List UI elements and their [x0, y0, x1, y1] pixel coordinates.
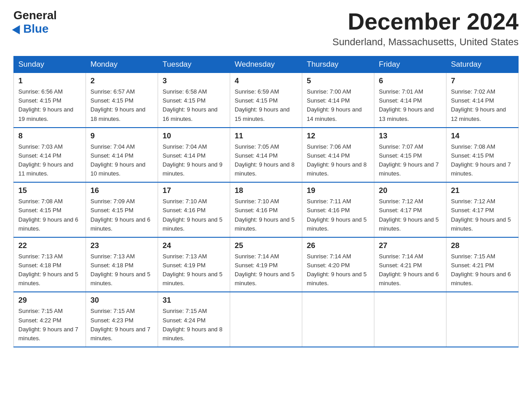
week-row-5: 29 Sunrise: 7:15 AMSunset: 4:22 PMDaylig…	[14, 292, 519, 347]
day-info: Sunrise: 7:12 AMSunset: 4:17 PMDaylight:…	[379, 198, 439, 231]
day-cell: 9 Sunrise: 7:04 AMSunset: 4:14 PMDayligh…	[86, 128, 158, 183]
day-cell: 12 Sunrise: 7:06 AMSunset: 4:14 PMDaylig…	[302, 128, 374, 183]
day-number: 13	[379, 132, 442, 141]
day-cell: 10 Sunrise: 7:04 AMSunset: 4:14 PMDaylig…	[158, 128, 230, 183]
day-info: Sunrise: 7:14 AMSunset: 4:20 PMDaylight:…	[307, 253, 367, 287]
day-number: 27	[379, 241, 442, 250]
week-row-4: 22 Sunrise: 7:13 AMSunset: 4:18 PMDaylig…	[14, 237, 519, 292]
day-number: 9	[90, 132, 153, 141]
day-cell: 1 Sunrise: 6:56 AMSunset: 4:15 PMDayligh…	[14, 73, 86, 128]
day-cell: 16 Sunrise: 7:09 AMSunset: 4:15 PMDaylig…	[86, 182, 158, 237]
day-number: 24	[163, 241, 225, 250]
day-info: Sunrise: 7:10 AMSunset: 4:16 PMDaylight:…	[163, 198, 223, 231]
logo: General Blue	[13, 9, 57, 36]
day-number: 23	[90, 241, 153, 250]
day-info: Sunrise: 7:04 AMSunset: 4:14 PMDaylight:…	[163, 143, 223, 177]
day-number: 11	[235, 132, 297, 141]
day-cell: 17 Sunrise: 7:10 AMSunset: 4:16 PMDaylig…	[158, 182, 230, 237]
weekday-header-row: SundayMondayTuesdayWednesdayThursdayFrid…	[14, 56, 519, 73]
day-cell: 24 Sunrise: 7:13 AMSunset: 4:19 PMDaylig…	[158, 237, 230, 292]
day-number: 25	[235, 241, 297, 250]
day-number: 10	[163, 132, 225, 141]
week-row-2: 8 Sunrise: 7:03 AMSunset: 4:14 PMDayligh…	[14, 128, 519, 183]
week-row-3: 15 Sunrise: 7:08 AMSunset: 4:15 PMDaylig…	[14, 182, 519, 237]
day-info: Sunrise: 7:01 AMSunset: 4:14 PMDaylight:…	[379, 88, 434, 122]
weekday-header-saturday: Saturday	[446, 56, 519, 73]
day-cell: 14 Sunrise: 7:08 AMSunset: 4:15 PMDaylig…	[446, 128, 519, 183]
day-number: 31	[163, 296, 225, 305]
day-info: Sunrise: 7:12 AMSunset: 4:17 PMDaylight:…	[451, 198, 511, 231]
day-cell: 21 Sunrise: 7:12 AMSunset: 4:17 PMDaylig…	[446, 182, 519, 237]
day-cell	[230, 292, 302, 347]
day-info: Sunrise: 7:05 AMSunset: 4:14 PMDaylight:…	[235, 143, 295, 177]
day-info: Sunrise: 6:58 AMSunset: 4:15 PMDaylight:…	[163, 88, 218, 122]
day-info: Sunrise: 7:06 AMSunset: 4:14 PMDaylight:…	[307, 143, 367, 177]
day-number: 7	[451, 77, 514, 86]
day-info: Sunrise: 7:15 AMSunset: 4:21 PMDaylight:…	[451, 253, 511, 287]
day-cell	[446, 292, 519, 347]
day-cell: 23 Sunrise: 7:13 AMSunset: 4:18 PMDaylig…	[86, 237, 158, 292]
day-info: Sunrise: 7:13 AMSunset: 4:19 PMDaylight:…	[163, 253, 223, 287]
day-number: 29	[18, 296, 81, 305]
day-number: 5	[307, 77, 369, 86]
day-number: 12	[307, 132, 369, 141]
day-cell: 3 Sunrise: 6:58 AMSunset: 4:15 PMDayligh…	[158, 73, 230, 128]
day-cell: 11 Sunrise: 7:05 AMSunset: 4:14 PMDaylig…	[230, 128, 302, 183]
day-info: Sunrise: 6:59 AMSunset: 4:15 PMDaylight:…	[235, 88, 290, 122]
day-number: 16	[90, 186, 153, 195]
day-number: 1	[18, 77, 81, 86]
day-number: 30	[90, 296, 153, 305]
logo-general-text: General	[13, 9, 57, 22]
day-cell: 8 Sunrise: 7:03 AMSunset: 4:14 PMDayligh…	[14, 128, 86, 183]
day-info: Sunrise: 7:10 AMSunset: 4:16 PMDaylight:…	[235, 198, 295, 231]
day-cell: 18 Sunrise: 7:10 AMSunset: 4:16 PMDaylig…	[230, 182, 302, 237]
weekday-header-tuesday: Tuesday	[158, 56, 230, 73]
day-cell	[374, 292, 446, 347]
day-number: 8	[18, 132, 81, 141]
calendar-table: SundayMondayTuesdayWednesdayThursdayFrid…	[13, 56, 519, 347]
title-area: December 2024 Sunderland, Massachusetts,…	[332, 9, 519, 48]
day-number: 22	[18, 241, 81, 250]
day-info: Sunrise: 7:00 AMSunset: 4:14 PMDaylight:…	[307, 88, 362, 122]
day-info: Sunrise: 7:08 AMSunset: 4:15 PMDaylight:…	[18, 198, 78, 231]
day-cell: 28 Sunrise: 7:15 AMSunset: 4:21 PMDaylig…	[446, 237, 519, 292]
day-number: 26	[307, 241, 369, 250]
day-info: Sunrise: 6:56 AMSunset: 4:15 PMDaylight:…	[18, 88, 73, 122]
logo-blue-text: Blue	[13, 22, 48, 36]
day-cell	[302, 292, 374, 347]
weekday-header-wednesday: Wednesday	[230, 56, 302, 73]
day-cell: 6 Sunrise: 7:01 AMSunset: 4:14 PMDayligh…	[374, 73, 446, 128]
day-cell: 25 Sunrise: 7:14 AMSunset: 4:19 PMDaylig…	[230, 237, 302, 292]
day-cell: 7 Sunrise: 7:02 AMSunset: 4:14 PMDayligh…	[446, 73, 519, 128]
day-info: Sunrise: 7:13 AMSunset: 4:18 PMDaylight:…	[90, 253, 150, 287]
day-info: Sunrise: 7:11 AMSunset: 4:16 PMDaylight:…	[307, 198, 367, 231]
weekday-header-sunday: Sunday	[14, 56, 86, 73]
day-number: 3	[163, 77, 225, 86]
day-cell: 22 Sunrise: 7:13 AMSunset: 4:18 PMDaylig…	[14, 237, 86, 292]
day-cell: 4 Sunrise: 6:59 AMSunset: 4:15 PMDayligh…	[230, 73, 302, 128]
day-cell: 19 Sunrise: 7:11 AMSunset: 4:16 PMDaylig…	[302, 182, 374, 237]
week-row-1: 1 Sunrise: 6:56 AMSunset: 4:15 PMDayligh…	[14, 73, 519, 128]
day-number: 6	[379, 77, 442, 86]
day-number: 17	[163, 186, 225, 195]
day-number: 20	[379, 186, 442, 195]
day-info: Sunrise: 7:04 AMSunset: 4:14 PMDaylight:…	[90, 143, 146, 177]
day-cell: 5 Sunrise: 7:00 AMSunset: 4:14 PMDayligh…	[302, 73, 374, 128]
day-cell: 26 Sunrise: 7:14 AMSunset: 4:20 PMDaylig…	[302, 237, 374, 292]
weekday-header-friday: Friday	[374, 56, 446, 73]
day-number: 18	[235, 186, 297, 195]
day-info: Sunrise: 7:09 AMSunset: 4:15 PMDaylight:…	[90, 198, 150, 231]
logo-triangle-icon	[12, 23, 24, 34]
day-number: 28	[451, 241, 514, 250]
day-cell: 15 Sunrise: 7:08 AMSunset: 4:15 PMDaylig…	[14, 182, 86, 237]
day-info: Sunrise: 7:15 AMSunset: 4:24 PMDaylight:…	[163, 308, 223, 341]
day-info: Sunrise: 7:02 AMSunset: 4:14 PMDaylight:…	[451, 88, 506, 122]
weekday-header-thursday: Thursday	[302, 56, 374, 73]
day-cell: 20 Sunrise: 7:12 AMSunset: 4:17 PMDaylig…	[374, 182, 446, 237]
day-number: 21	[451, 186, 514, 195]
day-info: Sunrise: 6:57 AMSunset: 4:15 PMDaylight:…	[90, 88, 146, 122]
day-info: Sunrise: 7:08 AMSunset: 4:15 PMDaylight:…	[451, 143, 511, 177]
day-info: Sunrise: 7:07 AMSunset: 4:15 PMDaylight:…	[379, 143, 439, 177]
day-info: Sunrise: 7:13 AMSunset: 4:18 PMDaylight:…	[18, 253, 78, 287]
day-cell: 2 Sunrise: 6:57 AMSunset: 4:15 PMDayligh…	[86, 73, 158, 128]
